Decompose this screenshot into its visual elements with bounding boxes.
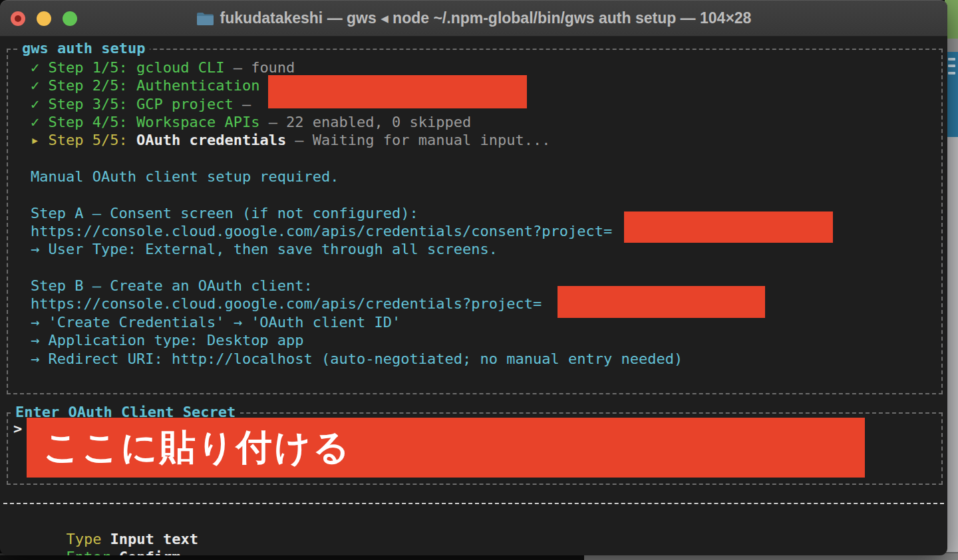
terminal-line: → Redirect URI: http://localhost (auto-n… [31, 350, 683, 368]
terminal-line: ✓ Step 4/5: Workspace APIs — 22 enabled,… [31, 113, 683, 131]
terminal-line: ▸ Step 5/5: OAuth credentials — Waiting … [31, 131, 683, 149]
close-button[interactable] [11, 11, 25, 26]
footer-separator [3, 503, 944, 504]
background-glyph [948, 65, 955, 67]
hint-type: TypeInput text [66, 531, 198, 547]
redaction-project-id-credentials [558, 286, 765, 318]
terminal-line [31, 186, 683, 204]
paste-here-note: ここに貼り付ける [27, 424, 352, 472]
terminal-window: fukudatakeshi — gws ◂ node ~/.npm-global… [0, 0, 947, 555]
background-glyph [948, 58, 955, 61]
zoom-button[interactable] [63, 11, 77, 26]
setup-panel-title: gws auth setup [17, 40, 150, 57]
input-prompt: > [13, 420, 22, 437]
minimize-button[interactable] [37, 11, 51, 26]
background-glyph [948, 72, 955, 74]
traffic-lights [11, 0, 77, 37]
footer-hints: TypeInput text EnterConfirm EscCancel [13, 512, 230, 555]
folder-icon [196, 11, 214, 26]
terminal-line: → Application type: Desktop app [31, 331, 683, 349]
terminal-line [31, 150, 683, 168]
window-title-group: fukudatakeshi — gws ◂ node ~/.npm-global… [196, 9, 752, 27]
terminal-line: ✓ Step 1/5: gcloud CLI — found [31, 59, 683, 76]
terminal-line: Manual OAuth client setup required. [31, 168, 683, 186]
terminal-line: → User Type: External, then save through… [31, 240, 683, 258]
desktop-screen: fukudatakeshi — gws ◂ node ~/.npm-global… [0, 0, 958, 560]
hint-enter: EnterConfirm [66, 549, 180, 555]
terminal-line: https://console.cloud.google.com/apis/cr… [31, 222, 683, 240]
window-title: fukudatakeshi — gws ◂ node ~/.npm-global… [220, 9, 752, 27]
redaction-client-secret-input: ここに貼り付ける [27, 418, 865, 478]
redaction-project-id-consent [624, 211, 833, 243]
window-titlebar[interactable]: fukudatakeshi — gws ◂ node ~/.npm-global… [0, 0, 947, 37]
terminal-line: Step A — Consent screen (if not configur… [31, 204, 683, 222]
terminal-line [31, 259, 683, 277]
redaction-auth-account [268, 75, 527, 108]
